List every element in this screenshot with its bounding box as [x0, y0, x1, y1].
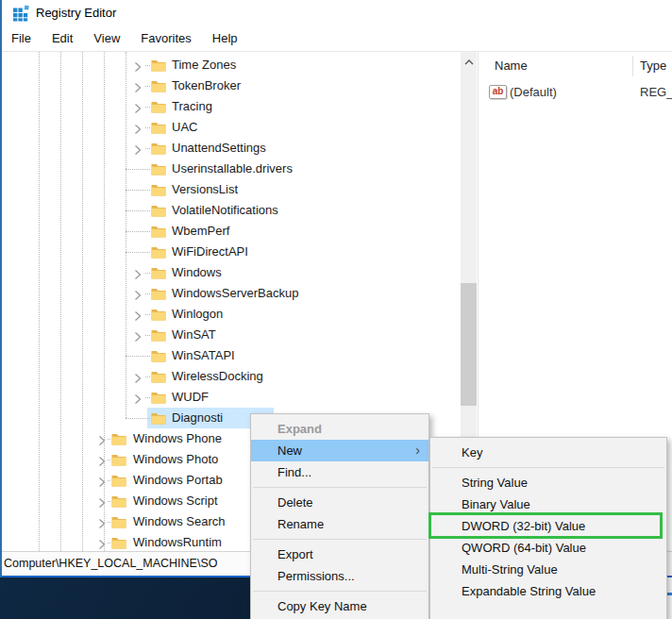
chevron-right-icon: › — [415, 440, 420, 461]
folder-icon — [151, 204, 166, 216]
menu-item-export[interactable]: Export — [251, 544, 428, 565]
tree-item-wirelessdocking[interactable]: WirelessDocking — [2, 366, 461, 387]
folder-icon — [151, 308, 166, 320]
column-divider[interactable] — [632, 56, 633, 76]
tree-connector — [145, 397, 150, 398]
menubar-item-file[interactable]: File — [1, 26, 42, 51]
menu-item-expand[interactable]: Expand — [251, 418, 428, 440]
menubar-item-favorites[interactable]: Favorites — [130, 26, 201, 51]
chevron-right-icon[interactable] — [98, 454, 106, 465]
tree-item-label: Userinstallable.drivers — [172, 159, 293, 179]
chevron-right-icon[interactable] — [134, 80, 142, 92]
folder-icon — [151, 370, 166, 382]
tree-connector — [108, 460, 110, 460]
menu-item-dword-32-bit-value[interactable]: DWORD (32-bit) Value — [430, 515, 666, 537]
annotation-highlight-box — [428, 512, 663, 539]
tree-connector — [126, 356, 150, 357]
tree-connector — [145, 107, 150, 108]
folder-icon — [151, 349, 166, 361]
menu-item-find[interactable]: Find... — [251, 461, 428, 483]
tree-item-uac[interactable]: UAC — [2, 117, 461, 138]
menu-separator — [253, 539, 427, 540]
tree-item-time-zones[interactable]: Time Zones — [2, 55, 461, 75]
menubar-item-help[interactable]: Help — [202, 26, 248, 51]
tree-connector — [145, 335, 150, 336]
chevron-right-icon[interactable] — [134, 329, 142, 341]
tree-item-label: Time Zones — [172, 55, 236, 75]
tree-item-tracing[interactable]: Tracing — [2, 96, 461, 117]
menu-item-key[interactable]: Key — [430, 442, 666, 463]
menu-item-rename[interactable]: Rename — [251, 513, 428, 535]
tree-item-windows[interactable]: Windows — [2, 262, 461, 283]
menu-item-delete[interactable]: Delete — [251, 492, 428, 513]
tree-item-label: WindowsServerBackup — [172, 283, 298, 304]
tree-item-label: WindowsRuntim — [133, 532, 222, 551]
chevron-right-icon[interactable] — [134, 371, 142, 382]
tree-item-userinstallable-drivers[interactable]: Userinstallable.drivers — [2, 159, 461, 179]
chevron-right-icon[interactable] — [98, 495, 106, 507]
chevron-right-icon[interactable] — [134, 142, 142, 154]
chevron-right-icon[interactable] — [98, 537, 106, 548]
chevron-right-icon[interactable] — [134, 101, 142, 112]
menu-item-expandable-string-value[interactable]: Expandable String Value — [430, 580, 666, 602]
chevron-right-icon[interactable] — [134, 309, 142, 320]
tree-item-wudf[interactable]: WUDF — [2, 387, 461, 408]
tree-item-wifidirectapi[interactable]: WiFiDirectAPI — [2, 242, 461, 262]
chevron-right-icon[interactable] — [134, 122, 142, 133]
folder-icon — [111, 453, 126, 465]
tree-item-windowsserverbackup[interactable]: WindowsServerBackup — [2, 283, 461, 304]
value-name[interactable]: (Default) — [510, 82, 557, 103]
tree-item-label: WinSATAPI — [172, 345, 235, 366]
column-header-name[interactable]: Name — [495, 55, 528, 77]
registry-editor-app-icon — [12, 5, 29, 25]
status-bar-path: Computer\HKEY_LOCAL_MACHINE\SO — [4, 552, 217, 576]
folder-icon — [151, 79, 166, 92]
tree-connector — [126, 231, 150, 232]
tree-item-winsat[interactable]: WinSAT — [2, 325, 461, 345]
tree-connector — [145, 86, 150, 87]
scroll-up-button[interactable] — [461, 52, 477, 68]
scrollbar-thumb[interactable] — [461, 283, 477, 406]
tree-item-winsatapi[interactable]: WinSATAPI — [2, 345, 461, 366]
chevron-right-icon[interactable] — [134, 59, 142, 71]
column-header-type[interactable]: Type — [640, 55, 666, 77]
tree-connector — [108, 501, 110, 502]
menubar-item-view[interactable]: View — [83, 26, 130, 51]
tree-connector — [126, 418, 150, 419]
tree-connector — [108, 439, 110, 440]
tree-item-versionslist[interactable]: VersionsList — [2, 179, 461, 200]
tree-item-volatilenotifications[interactable]: VolatileNotifications — [2, 200, 461, 221]
folder-icon — [111, 515, 126, 527]
folder-icon — [151, 411, 166, 424]
tree-item-unattendsettings[interactable]: UnattendSettings — [2, 138, 461, 159]
tree-connector — [126, 252, 150, 253]
menu-separator — [253, 591, 427, 592]
menubar-item-edit[interactable]: Edit — [42, 26, 83, 51]
chevron-right-icon[interactable] — [98, 433, 106, 444]
tree-item-label: Windows Script — [133, 491, 218, 511]
menu-item-qword-64-bit-value[interactable]: QWORD (64-bit) Value — [430, 537, 666, 559]
tree-item-tokenbroker[interactable]: TokenBroker — [2, 75, 461, 96]
menu-item-multi-string-value[interactable]: Multi-String Value — [430, 559, 666, 580]
chevron-right-icon[interactable] — [98, 475, 106, 486]
chevron-right-icon[interactable] — [98, 516, 106, 527]
folder-icon — [111, 536, 126, 548]
tree-connector — [145, 65, 150, 66]
chevron-right-icon[interactable] — [134, 267, 142, 278]
tree-item-winlogon[interactable]: Winlogon — [2, 304, 461, 325]
tree-item-wbemperf[interactable]: WbemPerf — [2, 221, 461, 242]
menu-item-copy-key-name[interactable]: Copy Key Name — [251, 595, 428, 617]
tree-connector — [145, 314, 150, 315]
tree-connector — [145, 376, 150, 377]
chevron-right-icon[interactable] — [134, 392, 142, 403]
menu-item-new[interactable]: New› — [251, 440, 428, 461]
tree-item-label: Diagnosti — [172, 408, 223, 428]
menu-item-permissions[interactable]: Permissions... — [251, 565, 428, 587]
tree-connector — [108, 522, 110, 523]
chevron-right-icon[interactable] — [134, 288, 142, 299]
tree-item-label: WiFiDirectAPI — [172, 242, 248, 262]
menu-item-binary-value[interactable]: Binary Value — [430, 494, 666, 515]
tree-item-label: WinSAT — [172, 325, 216, 345]
folder-icon — [151, 225, 166, 237]
menu-item-string-value[interactable]: String Value — [430, 472, 666, 494]
